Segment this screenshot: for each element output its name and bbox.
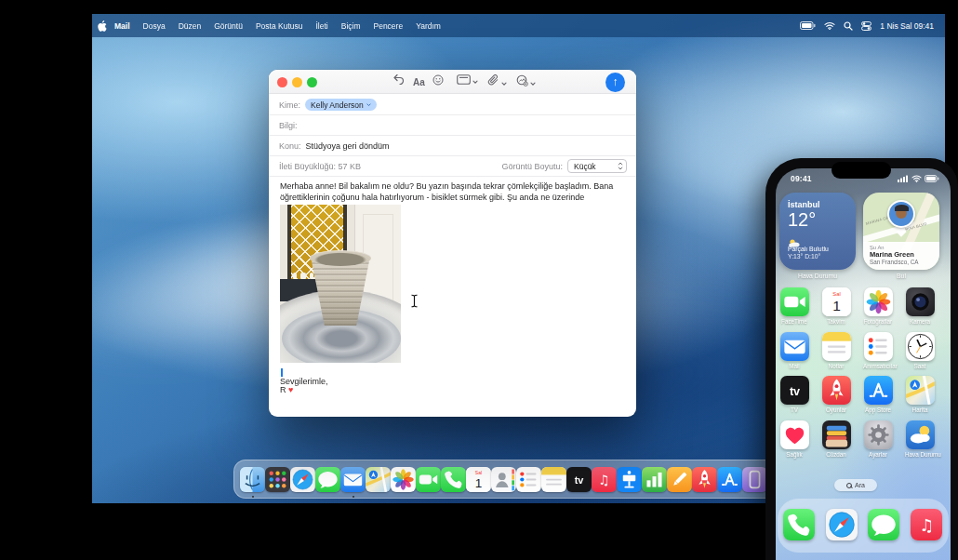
menu-item-pencere[interactable]: Pencere — [374, 21, 404, 31]
iphone-app-appstore[interactable]: App Store — [863, 376, 893, 413]
dock-item-contacts[interactable] — [491, 460, 516, 499]
iphone-app-facetime[interactable]: FaceTime — [779, 287, 809, 325]
findmy-person-name: Marina Green — [870, 250, 933, 259]
clock-app-icon — [906, 332, 935, 361]
iphone-app-mail[interactable]: Mail — [779, 332, 809, 369]
attachment-photo-pottery[interactable] — [280, 205, 401, 363]
chevron-down-icon — [366, 103, 371, 107]
music-app-icon: ♫ — [911, 509, 942, 540]
iphone-app-settings[interactable]: Ayarlar — [863, 420, 893, 458]
control-center-icon[interactable] — [861, 21, 872, 31]
reminders-app-icon — [864, 332, 893, 361]
app-label: Mail — [779, 363, 809, 369]
svg-text:tv: tv — [789, 385, 799, 398]
attach-icon[interactable] — [486, 74, 507, 92]
maps-app-icon — [906, 376, 935, 405]
iphone-app-wallet[interactable]: Cüzdan — [821, 420, 851, 458]
dock-item-music[interactable]: ♫ — [592, 460, 617, 499]
running-indicator — [252, 496, 254, 498]
iphone-app-photos[interactable]: Fotoğraflar — [863, 287, 893, 325]
dock-item-messages[interactable] — [315, 460, 340, 499]
app-label: Kamera — [905, 318, 935, 325]
subject-label: Konu: — [279, 141, 301, 151]
format-button[interactable]: Aa — [413, 75, 425, 90]
insert-photo-icon[interactable] — [514, 74, 536, 92]
menu-item-görüntü[interactable]: Görüntü — [214, 21, 243, 31]
dock-item-keynote[interactable] — [617, 460, 642, 499]
iphone-app-tv[interactable]: tvTV — [779, 376, 809, 413]
dock-item-reminders[interactable] — [516, 460, 541, 499]
weather-widget[interactable]: İstanbul 12° Parçalı Bulutlu Y:13° D:10° — [779, 193, 856, 270]
dock-item-safari[interactable] — [290, 460, 315, 499]
apple-menu-icon[interactable] — [92, 20, 113, 32]
dock: Sal1tv♫ — [233, 460, 851, 499]
app-label: Sağlık — [779, 451, 809, 458]
menu-clock[interactable]: 1 Nis Sal 09:41 — [880, 21, 934, 31]
stationery-icon[interactable] — [455, 74, 478, 90]
iphone-app-clock[interactable]: Saat — [905, 332, 935, 369]
menu-item-yardım[interactable]: Yardım — [416, 21, 441, 31]
finder-app-icon — [240, 467, 265, 492]
undo-icon[interactable] — [393, 74, 405, 86]
image-size-select[interactable]: Küçük — [567, 159, 627, 173]
dock-item-calendar[interactable]: Sal1 — [466, 460, 491, 499]
stepper-icon — [618, 162, 623, 170]
iphone-app-health[interactable]: Sağlık — [779, 420, 809, 458]
mail-app-icon — [340, 467, 366, 492]
dock-item-pages[interactable] — [667, 460, 692, 499]
iphone-app-calendar[interactable]: Sal1Takvim — [821, 287, 851, 325]
emoji-icon[interactable] — [432, 74, 444, 86]
search-icon[interactable] — [844, 21, 853, 31]
window-titlebar[interactable]: Aa ↑ — [269, 70, 636, 94]
menu-item-i̇leti[interactable]: İleti — [315, 21, 327, 31]
findmy-widget[interactable]: MARINA GREEN DR MARINA BLVD Şu An Marina… — [863, 193, 939, 270]
dock-item-facetime[interactable] — [416, 460, 441, 499]
iphone-app-weatherapp[interactable]: Hava Durumu — [905, 420, 935, 458]
zoom-button[interactable] — [307, 77, 317, 87]
app-label: Takvim — [821, 318, 851, 325]
menu-item-posta-kutusu[interactable]: Posta Kutusu — [256, 21, 303, 31]
spotlight-search-pill[interactable]: Ara — [834, 479, 877, 491]
dock-item-numbers[interactable] — [642, 460, 667, 499]
to-field[interactable]: Kime: Kelly Anderson — [269, 95, 636, 115]
iphone-app-games[interactable]: Oyunlar — [821, 376, 851, 413]
email-signature[interactable]: R ♥ — [280, 384, 626, 395]
iphone-app-notes[interactable]: Notlar — [821, 332, 851, 369]
dock-item-photos[interactable] — [391, 460, 416, 499]
dock-item-tv[interactable]: tv — [566, 460, 592, 499]
screenshot-stage: Mail DosyaDüzenGörüntüPosta KutusuİletiB… — [0, 0, 958, 560]
app-label: Ayarlar — [863, 451, 893, 458]
dock-item-maps[interactable] — [366, 460, 391, 499]
dock-item-games[interactable] — [692, 460, 717, 499]
iphone-app-reminders[interactable]: Anımsatıcılar — [863, 332, 893, 369]
appstore-app-icon — [717, 467, 742, 492]
subject-field[interactable]: Konu: Stüdyoya geri döndüm — [269, 136, 636, 156]
battery-icon[interactable] — [800, 21, 816, 30]
iphone-dock-messages[interactable] — [868, 509, 899, 540]
iphone-app-maps[interactable]: Harita — [905, 376, 935, 413]
weatherapp-app-icon — [906, 420, 935, 449]
iphone-dock-safari[interactable] — [826, 509, 858, 540]
dock-item-finder[interactable] — [240, 460, 265, 499]
dock-item-notes[interactable] — [541, 460, 566, 499]
menu-item-düzen[interactable]: Düzen — [179, 21, 202, 31]
iphone-app-camera[interactable]: Kamera — [905, 287, 935, 325]
menu-item-dosya[interactable]: Dosya — [143, 21, 166, 31]
iphone-dock-phone[interactable] — [783, 509, 815, 540]
app-label: TV — [779, 407, 809, 413]
menu-app-name[interactable]: Mail — [114, 21, 130, 31]
dock-item-mirroring[interactable] — [742, 460, 767, 499]
minimize-button[interactable] — [292, 77, 302, 87]
dock-item-launchpad[interactable] — [265, 460, 290, 499]
menu-item-biçim[interactable]: Biçim — [341, 21, 361, 31]
send-button[interactable]: ↑ — [605, 73, 625, 92]
dock-item-appstore[interactable] — [717, 460, 742, 499]
dock-item-phone[interactable] — [441, 460, 466, 499]
dock-item-mail[interactable] — [340, 460, 366, 499]
weather-high-low: Y:13° D:10° — [788, 253, 847, 260]
wifi-icon[interactable] — [824, 21, 835, 30]
close-button[interactable] — [277, 77, 287, 87]
cc-field[interactable]: Bilgi: — [269, 115, 636, 136]
recipient-pill[interactable]: Kelly Anderson — [305, 99, 377, 111]
iphone-dock-music[interactable]: ♫ — [911, 509, 942, 540]
